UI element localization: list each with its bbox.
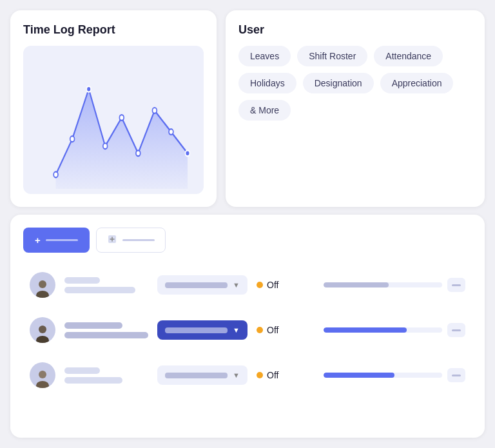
- tag-designation[interactable]: Designation: [303, 73, 374, 93]
- dropdown-cell: ▼: [157, 275, 248, 295]
- tags-container: Leaves Shift Roster Attendance Holidays …: [238, 46, 472, 121]
- dropdown-cell: ▼: [157, 365, 248, 385]
- avatar: [30, 272, 55, 298]
- avatar: [30, 317, 55, 343]
- svg-marker-0: [56, 89, 188, 189]
- tag-holidays[interactable]: Holidays: [238, 73, 296, 93]
- action-icon: [452, 375, 461, 376]
- row-info: [64, 322, 148, 338]
- svg-point-2: [70, 136, 75, 142]
- progress-bar-bg: [324, 282, 442, 287]
- dropdown-bar: [165, 373, 228, 378]
- import-button[interactable]: [96, 228, 166, 253]
- import-icon: [107, 234, 117, 246]
- name-skeleton: [64, 367, 100, 374]
- chevron-down-icon: ▼: [233, 371, 240, 379]
- chevron-down-icon: ▼: [233, 281, 240, 289]
- table-row: ▼ Off: [23, 309, 472, 351]
- action-icon: [452, 329, 461, 331]
- progress-bar-fill: [324, 282, 389, 287]
- import-label-bar: [122, 239, 155, 241]
- chart-area: [23, 46, 204, 194]
- tag-appreciation[interactable]: Appreciation: [380, 73, 454, 93]
- detail-skeleton: [64, 332, 148, 338]
- tag-more[interactable]: & More: [238, 100, 291, 121]
- status-label: Off: [267, 280, 278, 290]
- svg-point-13: [39, 326, 46, 333]
- status-dot: [257, 327, 263, 333]
- row-info: [64, 277, 148, 293]
- svg-point-5: [119, 115, 124, 121]
- dropdown-bar: [165, 282, 228, 288]
- status-cell: Off: [257, 370, 315, 380]
- svg-point-3: [86, 86, 91, 92]
- add-button[interactable]: +: [23, 228, 90, 253]
- svg-point-15: [39, 371, 46, 378]
- svg-point-12: [36, 291, 49, 298]
- user-card: User Leaves Shift Roster Attendance Holi…: [226, 10, 485, 207]
- status-dropdown[interactable]: ▼: [157, 365, 248, 385]
- status-cell: Off: [257, 280, 315, 290]
- plus-icon: +: [35, 235, 41, 246]
- row-info: [64, 367, 148, 384]
- progress-cell: [324, 368, 465, 382]
- user-card-title: User: [238, 23, 472, 37]
- svg-point-9: [186, 150, 190, 156]
- svg-point-8: [169, 129, 173, 135]
- bottom-card: +: [10, 215, 485, 438]
- action-icon: [452, 284, 461, 286]
- svg-point-16: [36, 381, 49, 388]
- chevron-down-icon: ▼: [233, 326, 240, 334]
- progress-cell: [324, 323, 465, 337]
- add-label-bar: [46, 239, 78, 241]
- svg-point-11: [39, 280, 46, 288]
- name-skeleton: [64, 322, 122, 329]
- status-label: Off: [267, 325, 278, 335]
- dropdown-bar: [165, 327, 228, 333]
- action-button[interactable]: [447, 368, 465, 382]
- progress-bar-bg: [324, 327, 442, 333]
- progress-bar-fill: [324, 327, 407, 333]
- table-row: ▼ Off: [23, 264, 472, 306]
- toolbar: +: [23, 228, 472, 253]
- tag-shift-roster[interactable]: Shift Roster: [297, 46, 367, 66]
- avatar: [30, 362, 55, 388]
- svg-point-6: [136, 150, 141, 156]
- action-button[interactable]: [447, 323, 465, 337]
- table-row: ▼ Off: [23, 355, 472, 396]
- detail-skeleton: [64, 287, 135, 293]
- progress-bar-fill: [324, 373, 394, 378]
- status-label: Off: [267, 370, 278, 380]
- detail-skeleton: [64, 377, 122, 384]
- status-dot: [257, 372, 263, 378]
- dropdown-cell: ▼: [157, 320, 248, 340]
- svg-point-4: [103, 143, 108, 149]
- status-cell: Off: [257, 325, 315, 335]
- progress-bar-bg: [324, 373, 442, 378]
- time-log-title: Time Log Report: [23, 23, 204, 37]
- tag-leaves[interactable]: Leaves: [238, 46, 291, 66]
- svg-point-1: [53, 171, 58, 177]
- status-dropdown[interactable]: ▼: [157, 320, 248, 340]
- svg-point-14: [36, 336, 49, 343]
- time-log-card: Time Log Report: [10, 10, 217, 207]
- name-skeleton: [64, 277, 100, 284]
- tag-attendance[interactable]: Attendance: [374, 46, 443, 66]
- svg-point-7: [152, 108, 157, 113]
- status-dot: [257, 282, 263, 288]
- employee-table: ▼ Off: [23, 264, 472, 396]
- status-dropdown[interactable]: ▼: [157, 275, 248, 295]
- progress-cell: [324, 278, 465, 292]
- action-button[interactable]: [447, 278, 465, 292]
